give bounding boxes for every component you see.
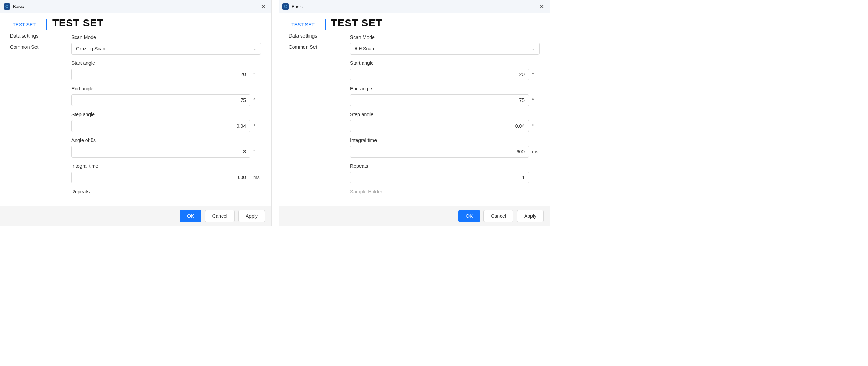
input-integral-time[interactable] <box>350 146 529 158</box>
dialog-basic: ⬡ Basic ✕ TEST SET Data settings Common … <box>0 0 272 226</box>
field-step-angle: Step angle ° <box>71 112 261 132</box>
unit-step-angle: ° <box>253 123 261 129</box>
field-angle-theta-s: Angle of θs ° <box>71 137 261 158</box>
label-integral-time: Integral time <box>71 163 261 169</box>
input-step-angle[interactable] <box>350 120 529 132</box>
sidebar: TEST SET Data settings Common Set <box>0 13 47 206</box>
field-end-angle: End angle ° <box>350 86 540 106</box>
sidebar-item-common-set[interactable]: Common Set <box>0 41 47 53</box>
label-end-angle: End angle <box>350 86 540 92</box>
input-start-angle[interactable] <box>71 69 250 80</box>
label-step-angle: Step angle <box>71 112 261 117</box>
apply-button[interactable]: Apply <box>238 210 265 222</box>
input-angle-theta-s[interactable] <box>71 146 250 158</box>
input-end-angle[interactable] <box>71 94 250 106</box>
field-step-angle: Step angle ° <box>350 112 540 132</box>
dialog-footer: OK Cancel Apply <box>0 206 271 226</box>
dialog-basic: ⬡ Basic ✕ TEST SET Data settings Common … <box>279 0 550 226</box>
field-sample-holder: Sample Holder <box>350 189 540 194</box>
label-integral-time: Integral time <box>350 137 540 143</box>
close-icon[interactable]: ✕ <box>537 3 547 10</box>
input-integral-time[interactable] <box>71 172 250 183</box>
field-scan-mode: Scan Mode θ-θ Scan ⌄ <box>350 34 540 55</box>
cancel-button[interactable]: Cancel <box>483 210 513 222</box>
field-repeats: Repeats <box>350 163 540 183</box>
ok-button[interactable]: OK <box>458 210 480 222</box>
field-start-angle: Start angle ° <box>350 60 540 80</box>
page-title: TEST SET <box>52 17 261 29</box>
field-scan-mode: Scan Mode Grazing Scan ⌄ <box>71 34 261 55</box>
window-title: Basic <box>292 4 303 9</box>
sidebar-item-test-set[interactable]: TEST SET <box>279 19 326 30</box>
input-repeats[interactable] <box>350 172 529 183</box>
label-repeats: Repeats <box>350 163 540 169</box>
label-end-angle: End angle <box>71 86 261 92</box>
input-step-angle[interactable] <box>71 120 250 132</box>
app-icon: ⬡ <box>4 3 10 10</box>
label-repeats: Repeats <box>71 189 261 194</box>
cancel-button[interactable]: Cancel <box>205 210 235 222</box>
label-start-angle: Start angle <box>71 60 261 66</box>
ok-button[interactable]: OK <box>180 210 201 222</box>
field-start-angle: Start angle ° <box>71 60 261 80</box>
apply-button[interactable]: Apply <box>517 210 544 222</box>
label-step-angle: Step angle <box>350 112 540 117</box>
unit-end-angle: ° <box>253 97 261 103</box>
page-title: TEST SET <box>331 17 540 29</box>
unit-step-angle: ° <box>532 123 540 129</box>
close-icon[interactable]: ✕ <box>258 3 268 10</box>
input-end-angle[interactable] <box>350 94 529 106</box>
app-icon: ⬡ <box>282 3 289 10</box>
field-integral-time: Integral time ms <box>71 163 261 183</box>
sidebar-item-data-settings[interactable]: Data settings <box>0 30 47 41</box>
chevron-down-icon: ⌄ <box>532 46 535 51</box>
sidebar-item-common-set[interactable]: Common Set <box>279 41 326 53</box>
field-end-angle: End angle ° <box>71 86 261 106</box>
label-scan-mode: Scan Mode <box>350 34 540 40</box>
chevron-down-icon: ⌄ <box>253 46 256 51</box>
unit-end-angle: ° <box>532 97 540 103</box>
dialog-footer: OK Cancel Apply <box>279 206 550 226</box>
main-panel: TEST SET Scan Mode θ-θ Scan ⌄ Start angl… <box>326 13 550 206</box>
field-integral-time: Integral time ms <box>350 137 540 158</box>
label-sample-holder: Sample Holder <box>350 189 540 194</box>
unit-angle-theta-s: ° <box>253 149 261 154</box>
label-angle-theta-s: Angle of θs <box>71 137 261 143</box>
field-repeats: Repeats <box>71 189 261 194</box>
unit-start-angle: ° <box>532 72 540 77</box>
select-scan-mode[interactable]: Grazing Scan ⌄ <box>71 43 261 55</box>
titlebar: ⬡ Basic ✕ <box>0 0 271 13</box>
window-title: Basic <box>13 4 24 9</box>
label-scan-mode: Scan Mode <box>71 34 261 40</box>
sidebar: TEST SET Data settings Common Set <box>279 13 326 206</box>
sidebar-item-test-set[interactable]: TEST SET <box>0 19 47 30</box>
unit-integral-time: ms <box>253 175 261 180</box>
main-panel: TEST SET Scan Mode Grazing Scan ⌄ Start … <box>47 13 271 206</box>
unit-start-angle: ° <box>253 72 261 77</box>
titlebar: ⬡ Basic ✕ <box>279 0 550 13</box>
unit-integral-time: ms <box>532 149 540 154</box>
input-start-angle[interactable] <box>350 69 529 80</box>
select-scan-mode[interactable]: θ-θ Scan ⌄ <box>350 43 540 55</box>
sidebar-item-data-settings[interactable]: Data settings <box>279 30 326 41</box>
label-start-angle: Start angle <box>350 60 540 66</box>
